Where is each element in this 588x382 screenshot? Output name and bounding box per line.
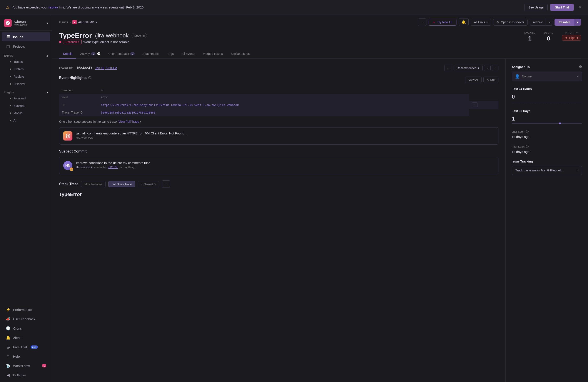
help-icon: ? xyxy=(6,354,10,359)
sidebar-item-performance[interactable]: ⚡ Performance xyxy=(2,305,50,314)
resolve-button[interactable]: Resolve xyxy=(554,19,574,26)
first-seen-info-icon[interactable]: ⓘ xyxy=(526,145,529,149)
sidebar-collapse[interactable]: ◀ Collapse xyxy=(2,370,50,380)
last-24h-value: 0 xyxy=(512,93,582,100)
last-30d-section: Last 30 Days 1 xyxy=(512,109,582,124)
sidebar-item-free-trial[interactable]: ◎ Free Trial new xyxy=(2,342,50,352)
sidebar-item-alerts[interactable]: 🔔 Alerts xyxy=(2,333,50,342)
tab-activity[interactable]: Activity 0 💬 xyxy=(76,49,104,59)
assigned-gear-icon[interactable]: ⚙ xyxy=(579,65,582,69)
tab-user-feedback[interactable]: User Feedback 0 xyxy=(104,49,139,59)
edit-button[interactable]: ✎ Edit xyxy=(483,77,498,83)
explore-section-header[interactable]: Explore ▴ xyxy=(0,51,52,58)
last-seen-info-icon[interactable]: ⓘ xyxy=(526,130,529,134)
tab-merged-issues[interactable]: Merged Issues xyxy=(199,49,227,59)
archive-button[interactable]: Archive xyxy=(530,19,546,26)
insights-chevron-icon: ▴ xyxy=(46,90,48,94)
related-issue-card: get_all_comments encountered an HTTPErro… xyxy=(59,127,498,145)
next-event-button[interactable]: › xyxy=(492,65,498,71)
sidebar-item-ai[interactable]: AI xyxy=(2,117,50,124)
content-body: Event ID: 16d4ae43 Jan 16, 5:00 AM ··· R… xyxy=(52,59,588,382)
app: ⚠ You have exceeded your replay limit. W… xyxy=(0,0,588,382)
archive-button-group: Archive ▾ xyxy=(530,19,553,26)
most-relevant-button[interactable]: Most Relevant xyxy=(81,181,106,187)
try-new-ui-button[interactable]: ✦ Try New UI xyxy=(429,19,456,26)
newest-button[interactable]: ↕ Newest ▾ xyxy=(138,181,159,187)
tab-tags[interactable]: Tags xyxy=(163,49,178,59)
url-row-more-button[interactable]: ··· xyxy=(472,103,478,107)
sidebar-item-user-feedback[interactable]: 📣 User Feedback xyxy=(2,314,50,323)
sidebar-item-whats-new[interactable]: 📡 What's new 1 xyxy=(2,361,50,370)
commit-hash-link[interactable]: d12c7fc xyxy=(108,166,118,169)
resolve-button-group: Resolve ▾ xyxy=(554,19,581,26)
start-trial-button[interactable]: Start Trial xyxy=(550,4,574,11)
project-chevron-icon: ▾ xyxy=(95,21,97,24)
recommended-button[interactable]: Recommended ▾ xyxy=(454,65,483,71)
sidebar-item-replays[interactable]: Replays xyxy=(2,73,50,80)
sidebar-item-crons[interactable]: 🕐 Crons xyxy=(2,324,50,333)
tab-attachments[interactable]: Attachments xyxy=(139,49,163,59)
url-value[interactable]: https://5ze2tkqk7c27bpl5opy5sbilsi0vrdim… xyxy=(98,101,469,109)
priority-badge[interactable]: ▼ High ▾ xyxy=(562,35,581,41)
breadcrumb-project[interactable]: ▲ AGENT-MD ▾ xyxy=(72,20,97,24)
last-30d-label: Last 30 Days xyxy=(512,109,582,113)
chart-30d xyxy=(512,123,582,124)
activity-comment-icon: 💬 xyxy=(97,52,101,56)
sidebar-item-backend[interactable]: Backend xyxy=(2,102,50,109)
sidebar-item-traces[interactable]: Traces xyxy=(2,58,50,65)
tabs: Details Activity 0 💬 User Feedback 0 Att… xyxy=(59,49,581,59)
event-id-row: Event ID: 16d4ae43 Jan 16, 5:00 AM ··· R… xyxy=(59,65,498,71)
sidebar-item-issues[interactable]: ☰ Issues xyxy=(2,32,50,41)
org-info: GitAuto Wes Nishio xyxy=(14,20,44,26)
close-banner-button[interactable]: ✕ xyxy=(578,5,582,10)
stack-trace-more-button[interactable]: ··· xyxy=(162,180,170,188)
see-usage-button[interactable]: See Usage xyxy=(524,4,547,11)
resolve-split-button[interactable]: ▾ xyxy=(574,19,581,26)
sidebar-item-help[interactable]: ? Help xyxy=(2,352,50,361)
stack-trace-section: Stack Trace Most Relevant Full Stack Tra… xyxy=(59,180,498,197)
view-all-button[interactable]: View All xyxy=(465,77,482,83)
banner-message: ⚠ You have exceeded your replay limit. W… xyxy=(6,5,144,10)
insights-section-header[interactable]: Insights ▴ xyxy=(0,88,52,95)
highlight-key: Trace: Trace ID xyxy=(59,109,98,116)
event-more-button[interactable]: ··· xyxy=(444,65,452,71)
stack-trace-title: Stack Trace xyxy=(59,182,79,186)
highlights-info-icon[interactable]: ⓘ xyxy=(88,76,91,80)
tab-details[interactable]: Details xyxy=(59,49,76,59)
discover-icon: ⊙ xyxy=(496,21,499,24)
sidebar-item-discover[interactable]: Discover xyxy=(2,81,50,87)
event-date[interactable]: Jan 16, 5:00 AM xyxy=(95,66,117,70)
highlight-key: url xyxy=(59,101,98,109)
issue-tracking-box[interactable]: Track this issue in Jira, GitHub, etc. › xyxy=(512,166,582,175)
all-envs-button[interactable]: All Envs ▾ xyxy=(471,19,491,26)
prev-event-button[interactable]: ‹ xyxy=(484,65,490,71)
whats-new-icon: 📡 xyxy=(6,363,10,368)
mobile-dot xyxy=(10,112,11,114)
view-full-trace-link[interactable]: View Full Trace xyxy=(118,120,139,123)
last-30d-value: 1 xyxy=(512,115,582,122)
related-issue-path: /jira-webhook xyxy=(76,136,188,139)
archive-split-button[interactable]: ▾ xyxy=(546,19,552,26)
user-feedback-icon: 📣 xyxy=(6,317,10,321)
edit-icon: ✎ xyxy=(487,78,489,81)
highlights-table: handled no level error url https://5ze2t… xyxy=(59,87,498,116)
org-logo xyxy=(4,19,12,27)
tab-all-events[interactable]: All Events xyxy=(178,49,199,59)
breadcrumb-issues[interactable]: Issues xyxy=(59,21,68,24)
sidebar-item-projects[interactable]: ◫ Projects xyxy=(2,42,50,51)
sidebar-item-frontend[interactable]: Frontend xyxy=(2,95,50,102)
trace-id-value[interactable]: b396e28f5ebb41e3a3191b7889120465 xyxy=(98,109,469,116)
chart-dot xyxy=(559,123,561,124)
status-dot xyxy=(59,41,61,43)
tab-similar-issues[interactable]: Similar Issues xyxy=(227,49,253,59)
full-stack-button[interactable]: Full Stack Trace xyxy=(108,181,135,187)
more-button[interactable]: ··· xyxy=(418,19,426,26)
org-selector[interactable]: GitAuto Wes Nishio ▾ xyxy=(0,17,52,31)
bell-button[interactable]: 🔔 xyxy=(459,18,469,26)
user-icon: 👤 xyxy=(515,74,520,79)
sidebar-item-profiles[interactable]: Profiles xyxy=(2,66,50,73)
assigned-to-selector[interactable]: 👤 No one ▾ xyxy=(512,72,582,81)
sidebar-item-mobile[interactable]: Mobile xyxy=(2,110,50,117)
open-discover-button[interactable]: ⊙ Open in Discover xyxy=(493,19,527,26)
last-seen-label: Last Seen ⓘ xyxy=(512,130,582,134)
